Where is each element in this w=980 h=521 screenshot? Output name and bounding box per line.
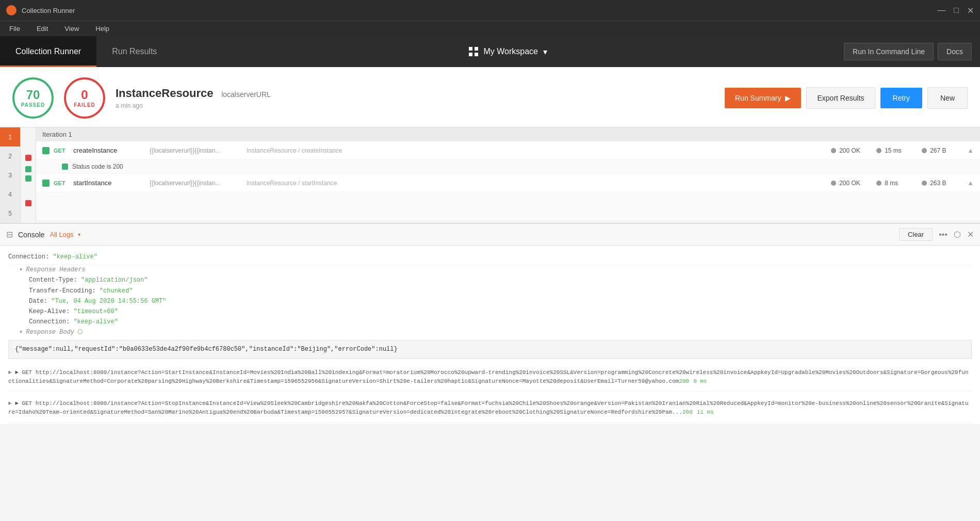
close-button[interactable]: ✕ xyxy=(967,6,974,15)
tab-collection-runner[interactable]: Collection Runner xyxy=(0,36,96,67)
pass-icon-row3 xyxy=(25,175,31,182)
req1-expand-icon[interactable]: ▲ xyxy=(967,146,974,154)
json-content: {"message":null,"requestId":"b0a0633e53d… xyxy=(15,346,398,353)
transfer-encoding-key: Transfer-Encoding: xyxy=(29,287,100,295)
menu-help[interactable]: Help xyxy=(92,23,112,35)
tab-collection-runner-label: Collection Runner xyxy=(15,47,81,56)
req2-size-container: 263 B xyxy=(922,180,963,187)
req2-collection: InstanceResource / startInstance xyxy=(247,180,827,187)
console-header: ⊟ Console All Logs ▾ Clear ••• ⬡ ✕ xyxy=(0,224,980,246)
connection2-key: Connection: xyxy=(29,318,73,325)
status-icon-column xyxy=(21,127,36,223)
iteration-header: Iteration 1 xyxy=(36,127,980,141)
date-line: Date: "Tue, 04 Aug 2020 14:55:56 GMT" xyxy=(8,297,972,306)
req2-time: 8 ms xyxy=(885,180,898,187)
req2-name: startInstance xyxy=(73,179,145,187)
menu-file[interactable]: File xyxy=(6,23,23,35)
req1-status-text: 200 OK xyxy=(839,147,860,154)
req1-status-dot xyxy=(831,148,836,153)
test1-status-icon xyxy=(62,164,68,170)
req2-size: 263 B xyxy=(930,180,946,187)
req2-url: {{localserverurl}}{{instan... xyxy=(150,180,242,187)
iteration-4[interactable]: 4 xyxy=(0,185,20,204)
keep-alive-line: Keep-Alive: "timeout=60" xyxy=(8,307,972,317)
console-filter-arrow-icon: ▾ xyxy=(78,232,80,237)
iteration-sidebar: 1 2 3 4 5 xyxy=(0,127,21,223)
log2-time: 11 ms xyxy=(697,409,714,415)
iteration-1[interactable]: 1 xyxy=(0,127,20,146)
run-summary-arrow-icon: ▶ xyxy=(785,94,791,102)
console-popout-icon[interactable]: ⬡ xyxy=(954,230,961,239)
menubar: File Edit View Help xyxy=(0,21,980,36)
log1-status: 200 xyxy=(679,378,689,384)
export-results-button[interactable]: Export Results xyxy=(806,87,875,109)
req2-expand-icon[interactable]: ▲ xyxy=(967,179,974,187)
workspace-selector[interactable]: My Workspace ▾ xyxy=(172,47,844,57)
run-in-command-line-button[interactable]: Run In Command Line xyxy=(844,43,934,60)
console-more-icon[interactable]: ••• xyxy=(939,230,948,239)
new-button[interactable]: New xyxy=(927,87,968,109)
request-row-startinstance[interactable]: GET startInstance {{localserverurl}}{{in… xyxy=(36,174,980,192)
log2-url-text: ► GET http://localhost:8080/instance?Act… xyxy=(8,400,969,416)
workspace-dropdown-icon: ▾ xyxy=(543,47,547,57)
iteration-2[interactable]: 2 xyxy=(0,146,20,166)
response-body-section: ▾ Response Body ⬡ xyxy=(8,328,972,337)
run-summary-button[interactable]: Run Summary ▶ xyxy=(725,88,801,108)
req2-status: 200 OK xyxy=(831,180,872,187)
failed-count: 0 xyxy=(81,89,88,101)
log1-url: ► ► GET http://localhost:8080/instance?A… xyxy=(8,367,972,387)
req1-time: 15 ms xyxy=(885,147,902,154)
minimize-button[interactable]: — xyxy=(937,6,945,15)
console-filter-dropdown[interactable]: All Logs ▾ xyxy=(50,231,80,238)
window-controls[interactable]: — □ ✕ xyxy=(937,6,974,15)
pass-icon-row2 xyxy=(25,166,31,172)
passed-count: 70 xyxy=(26,89,40,101)
json-response-block: {"message":null,"requestId":"b0a0633e53d… xyxy=(8,340,972,359)
tab-run-results[interactable]: Run Results xyxy=(96,36,172,67)
req1-method: GET xyxy=(54,148,69,154)
run-header-area: 70 PASSED 0 FAILED InstanceResource loca… xyxy=(0,67,980,127)
fail-icon-row4 xyxy=(25,200,31,206)
console-line-connection: Connection: "keep-alive" xyxy=(8,250,972,265)
connection2-line: Connection: "keep-alive" xyxy=(8,317,972,327)
keep-alive-value: "timeout=60" xyxy=(73,308,118,315)
tab-run-results-label: Run Results xyxy=(112,47,157,56)
log2-expand-arrow[interactable]: ► xyxy=(8,400,15,406)
req2-status-icon xyxy=(42,180,50,187)
log-entry-1: ► ► GET http://localhost:8080/instance?A… xyxy=(8,363,972,392)
titlebar-title: Collection Runner xyxy=(22,7,937,14)
run-name: InstanceResource xyxy=(116,87,214,100)
date-key: Date: xyxy=(29,298,51,305)
workspace-label: My Workspace xyxy=(483,47,538,56)
passed-label: PASSED xyxy=(21,102,45,108)
transfer-encoding-line: Transfer-Encoding: "chunked" xyxy=(8,286,972,296)
console-close-icon[interactable]: ✕ xyxy=(967,230,974,239)
menu-edit[interactable]: Edit xyxy=(34,23,51,35)
connection-value: "keep-alive" xyxy=(53,253,97,260)
run-url: localserverURL xyxy=(221,90,271,99)
menu-view[interactable]: View xyxy=(61,23,82,35)
test-result-row-1: Status code is 200 xyxy=(36,160,980,174)
navbar: Collection Runner Run Results My Workspa… xyxy=(0,36,980,67)
retry-button[interactable]: Retry xyxy=(880,88,922,108)
date-value: "Tue, 04 Aug 2020 14:55:56 GMT" xyxy=(51,298,166,305)
response-body-link-icon[interactable]: ⬡ xyxy=(77,328,83,337)
clear-button[interactable]: Clear xyxy=(899,228,933,241)
log1-time: 8 ms xyxy=(693,378,707,384)
iteration-3[interactable]: 3 xyxy=(0,166,20,185)
results-list: Iteration 1 GET createInstance {{localse… xyxy=(36,127,980,220)
docs-button[interactable]: Docs xyxy=(938,43,972,60)
response-headers-section: ▾ Response Headers xyxy=(8,265,972,275)
request-row-createinstance[interactable]: GET createInstance {{localserverurl}}{{i… xyxy=(36,141,980,160)
maximize-button[interactable]: □ xyxy=(954,6,959,15)
log1-url-text: ► GET http://localhost:8080/instance?Act… xyxy=(8,369,969,385)
iteration-5[interactable]: 5 xyxy=(0,204,20,223)
req1-size: 267 B xyxy=(930,147,946,154)
failed-indicator: 0 FAILED xyxy=(64,77,105,119)
console-area: ⊟ Console All Logs ▾ Clear ••• ⬡ ✕ Conne… xyxy=(0,223,980,424)
log1-expand-arrow[interactable]: ► xyxy=(8,369,15,376)
log2-status: 200 xyxy=(682,409,693,415)
content-type-value: "application/json" xyxy=(81,276,148,284)
console-icon: ⊟ xyxy=(6,230,13,239)
req1-time-dot xyxy=(876,148,881,153)
